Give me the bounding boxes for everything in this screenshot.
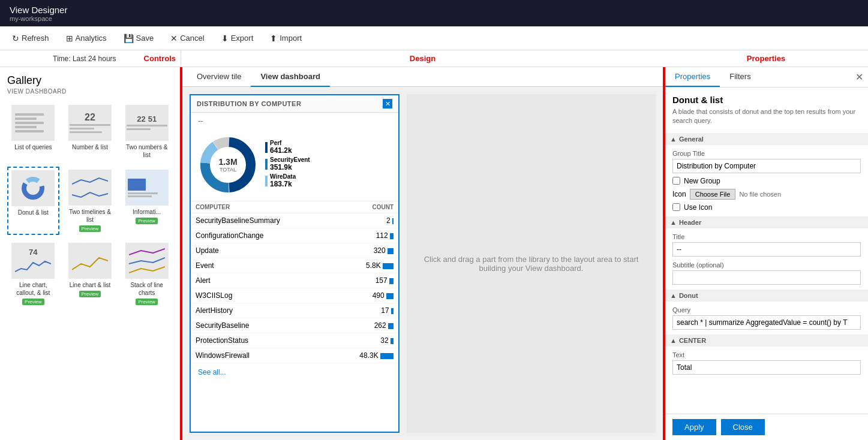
use-icon-row: Use Icon [672,203,861,212]
table-row: ProtectionStatus 32 [191,333,398,348]
see-all-link[interactable]: See all... [191,363,398,381]
gallery-item-label: Stack of line charts [124,281,170,297]
empty-design-area: Click and drag a part from the library t… [407,94,656,433]
properties-panel: Properties Filters ✕ Donut & list A blad… [664,67,868,440]
choose-file-button[interactable]: Choose File [690,189,736,200]
title-input[interactable] [672,242,861,257]
table-row: SecurityBaseline 262 [191,318,398,333]
cell-count: 262 [332,318,398,333]
close-panel-button[interactable]: Close [721,419,765,435]
general-arrow-icon: ▲ [670,135,677,143]
preview-badge: Preview [22,299,44,305]
props-section-title: Donut & list [672,95,861,105]
cancel-icon: ✕ [170,34,178,43]
group-title-input[interactable] [672,159,861,173]
bar-indicator [392,218,394,224]
save-icon: 💾 [124,34,134,43]
donut-chart: 1.3M TOTAL [198,135,258,195]
refresh-icon: ↻ [12,34,19,43]
props-tab-filters[interactable]: Filters [720,67,760,87]
center-section-header[interactable]: ▲ CENTER [665,334,868,346]
col-count: COUNT [332,201,398,213]
props-desc: A blade that consists of donut and the t… [672,107,861,126]
donut-arrow-icon: ▲ [670,292,677,299]
bar-indicator [391,308,394,314]
title-bar: View Designer my-workspace [0,0,868,26]
tab-view-dashboard[interactable]: View dashboard [251,67,329,87]
cell-computer: ProtectionStatus [191,333,332,348]
import-button[interactable]: ⬆ Import [268,32,304,44]
use-icon-checkbox[interactable] [672,203,680,211]
widget-title: DISTRIBUTION BY COMPUTER [197,100,301,107]
donut-label: 1.3M TOTAL [218,157,237,173]
refresh-button[interactable]: ↻ Refresh [10,32,52,44]
svg-point-0 [24,179,42,197]
tab-overview[interactable]: Overview tile [187,67,251,87]
gallery-item-line-callout[interactable]: 74 Line chart, callout, & list Preview [7,240,59,308]
cell-computer: WindowsFirewall [191,348,332,363]
subtitle-label: Subtitle (optional) [672,261,861,269]
cell-computer: AlertHistory [191,303,332,318]
apply-button[interactable]: Apply [672,419,716,435]
icon-field-label: Icon [672,190,686,198]
cell-computer: Update [191,243,332,258]
analytics-button[interactable]: ⊞ Analytics [64,32,109,44]
center-text-label: Text [672,351,861,358]
bar-indicator [386,293,394,299]
props-close-button[interactable]: ✕ [855,71,863,83]
gallery-item-stack-lines[interactable]: Stack of line charts Preview [121,240,173,308]
cell-count: 32 [332,333,398,348]
gallery-item-two-numbers[interactable]: 2251 Two numbers & list [121,102,173,162]
gallery-title: Gallery [7,74,173,87]
widget-card: DISTRIBUTION BY COMPUTER ✕ -- [190,94,400,433]
toolbar: ↻ Refresh ⊞ Analytics 💾 Save ✕ Cancel ⬇ … [0,26,868,50]
design-label: Design [410,54,435,63]
subtitle-input[interactable] [672,270,861,285]
col-computer: COMPUTER [191,201,332,213]
center-text-input[interactable] [672,360,861,375]
gallery-item-donut-list[interactable]: Donut & list [7,167,59,235]
props-tab-properties[interactable]: Properties [665,67,720,87]
cell-computer: SecurityBaselineSummary [191,213,332,228]
donut-sublabel: TOTAL [218,167,237,173]
export-button[interactable]: ⬇ Export [219,32,256,44]
table-row: SecurityBaselineSummary 2 [191,213,398,228]
gallery-item-number-list[interactable]: 22 Number & list [64,102,116,162]
new-group-checkbox[interactable] [672,177,680,185]
gallery-item-label: Two numbers & list [124,143,170,159]
gallery-item-label: List of queries [10,143,56,151]
table-row: ConfigurationChange 112 [191,228,398,243]
general-section-header[interactable]: ▲ General [665,133,868,145]
workspace-label: my-workspace [10,15,858,22]
design-panel: Overview tile View dashboard DISTRIBUTIO… [181,67,664,440]
gallery-item-list-queries[interactable]: List of queries [7,102,59,162]
preview-badge: Preview [79,225,101,232]
controls-label: Controls [144,54,176,63]
export-icon: ⬇ [221,34,229,43]
header-section-header[interactable]: ▲ Header [665,216,868,228]
import-icon: ⬆ [270,34,277,43]
gallery-grid: List of queries 22 Number & list [7,102,173,308]
time-label: Time: Last 24 hours [48,55,116,63]
donut-legend: Perf 641.2k SecurityEvent 351.9k [265,140,310,190]
gallery-item-information[interactable]: Informati... Preview [121,167,173,235]
preview-badge: Preview [79,291,101,297]
widget-close-button[interactable]: ✕ [383,99,392,109]
widget-table-container: COMPUTER COUNT SecurityBaselineSummary 2… [191,201,398,363]
icon-file-row: Icon Choose File No file chosen [672,189,861,200]
save-button[interactable]: 💾 Save [121,32,157,44]
query-label: Query [672,306,861,314]
cancel-button[interactable]: ✕ Cancel [168,32,206,44]
cell-count: 5.8K [332,258,398,273]
table-row: AlertHistory 17 [191,303,398,318]
dash-line: -- [191,113,398,129]
donut-section-header[interactable]: ▲ Donut [665,290,868,302]
gallery-subtitle: VIEW DASHBOARD [7,88,173,95]
cell-count: 48.3K [332,348,398,363]
gallery-item-two-timelines[interactable]: Two timelines & list Preview [64,167,116,235]
gallery-item-line-list[interactable]: Line chart & list Preview [64,240,116,308]
query-input[interactable] [672,315,861,330]
main-layout: Gallery VIEW DASHBOARD List of queries [0,67,868,440]
legend-item-wiredata: WireData 183.7k [265,173,310,188]
cell-count: 157 [332,273,398,288]
